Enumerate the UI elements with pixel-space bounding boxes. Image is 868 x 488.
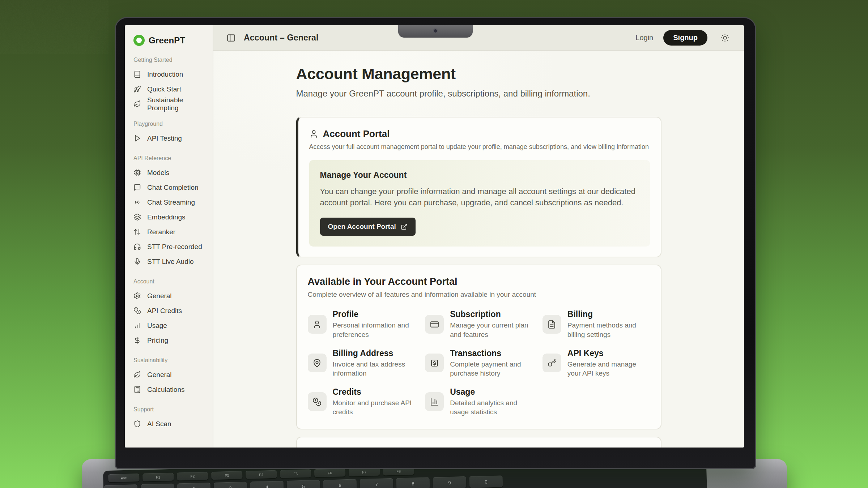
feature-text: UsageDetailed analytics and usage statis… [450,387,532,416]
sidebar: GreenPT Getting StartedIntroductionQuick… [125,25,213,448]
logo-text: GreenPT [149,35,185,46]
logo-ring-icon [133,35,145,46]
chat-bubble-icon [133,184,141,191]
content-scroll-area[interactable]: Account Management Manage your GreenPT a… [213,51,744,448]
app-logo[interactable]: GreenPT [133,35,213,46]
calculator-icon [133,386,141,393]
sidebar-toggle-icon[interactable] [226,33,236,43]
open-account-portal-label: Open Account Portal [328,223,396,231]
mic-icon [133,258,141,265]
sidebar-item-general[interactable]: General [133,288,213,303]
sidebar-item-label: Chat Completion [147,184,199,192]
sidebar-item-introduction[interactable]: Introduction [133,67,213,82]
keyboard-key: F1 [142,473,174,481]
sidebar-item-quick-start[interactable]: Quick Start [133,82,213,97]
feature-title: Credits [333,387,415,397]
sidebar-item-label: Reranker [147,228,175,236]
layers-icon [133,213,141,221]
sidebar-item-api-testing[interactable]: API Testing [133,131,213,146]
sidebar-item-api-credits[interactable]: API Credits [133,303,213,318]
sidebar-item-stt-pre-recorded[interactable]: STT Pre-recorded [133,239,213,254]
rocket-icon [133,85,141,93]
keyboard-key: 9 [433,476,467,488]
open-account-portal-button[interactable]: Open Account Portal [320,218,416,236]
sidebar-item-ai-scan[interactable]: AI Scan [133,416,213,431]
sidebar-item-label: Sustainable Prompting [147,96,213,112]
feature-title: Subscription [450,309,532,319]
keyboard-key: 8 [396,477,430,488]
feature-description: Generate and manage your API keys [567,360,650,378]
sidebar-item-models[interactable]: Models [133,165,213,180]
sidebar-item-label: Calculations [147,386,185,394]
content-column: Account Management Manage your GreenPT a… [296,51,661,448]
feature-item-api-keys: API KeysGenerate and manage your API key… [542,348,650,378]
feature-text: API KeysGenerate and manage your API key… [567,348,650,378]
app-window: GreenPT Getting StartedIntroductionQuick… [125,25,744,448]
sidebar-item-label: Models [147,169,169,177]
sidebar-item-sustainable-prompting[interactable]: Sustainable Prompting [133,97,213,111]
sidebar-item-general[interactable]: General [133,367,213,382]
manage-account-title: Manage Your Account [320,170,639,180]
sidebar-item-embeddings[interactable]: Embeddings [133,210,213,224]
sidebar-section-label: Getting Started [133,57,213,63]
sidebar-section-api-reference: API ReferenceModelsChat CompletionChat S… [133,155,213,269]
sidebar-section-label: API Reference [133,155,213,162]
sidebar-item-chat-completion[interactable]: Chat Completion [133,180,213,195]
bar-chart-icon [133,322,141,329]
account-portal-description: Access your full account management port… [309,143,650,151]
user-icon [308,315,327,334]
feature-title: Billing Address [333,348,415,358]
keyboard-key: F4 [246,470,277,479]
shield-icon [133,420,141,428]
feature-text: TransactionsComplete payment and purchas… [450,348,532,378]
sidebar-item-reranker[interactable]: Reranker [133,224,213,239]
feature-item-subscription: SubscriptionManage your current plan and… [425,309,532,339]
feature-item-credits: CreditsMonitor and purchase API credits [308,387,415,416]
feature-item-transactions: TransactionsComplete payment and purchas… [425,348,532,378]
sidebar-item-label: Pricing [147,337,168,344]
sidebar-section-label: Support [133,406,213,413]
keyboard-key: 2 [177,483,211,488]
sidebar-item-stt-live-audio[interactable]: STT Live Audio [133,254,213,269]
feature-text: Billing AddressInvoice and tax address i… [333,348,415,378]
sidebar-item-label: STT Pre-recorded [147,243,202,251]
feature-text: CreditsMonitor and purchase API credits [333,387,415,416]
keyboard-key: 5 [287,480,320,488]
page-title: Account Management [296,65,661,83]
sidebar-section-playground: PlaygroundAPI Testing [133,121,213,146]
login-link[interactable]: Login [635,34,653,42]
laptop-display: GreenPT Getting StartedIntroductionQuick… [125,25,744,448]
features-card-subtitle: Complete overview of all features and in… [308,291,650,299]
keyboard-key: 0 [469,475,503,488]
sidebar-item-label: Embeddings [147,213,186,221]
credit-card-icon [425,315,444,334]
sidebar-item-usage[interactable]: Usage [133,318,213,333]
gear-icon [133,292,141,300]
sidebar-item-label: API Credits [147,307,182,315]
sidebar-item-calculations[interactable]: Calculations [133,382,213,397]
leaf-icon [133,100,141,108]
sidebar-item-pricing[interactable]: Pricing [133,333,213,348]
keyboard-key: 7 [360,478,393,488]
feature-description: Invoice and tax address information [333,360,415,378]
headphones-icon [133,243,141,251]
keyboard-key: F2 [177,472,208,480]
laptop-screen-frame: GreenPT Getting StartedIntroductionQuick… [115,17,756,469]
signup-button[interactable]: Signup [663,30,707,46]
sun-icon[interactable] [720,33,729,42]
feature-text: SubscriptionManage your current plan and… [450,309,532,339]
sidebar-item-label: AI Scan [147,420,171,428]
feature-text: ProfilePersonal information and preferen… [333,309,415,339]
feature-description: Personal information and preferences [333,321,415,339]
sidebar-section-label: Playground [133,121,213,127]
feature-title: API Keys [567,348,650,358]
sidebar-item-chat-streaming[interactable]: Chat Streaming [133,195,213,210]
sidebar-item-label: Chat Streaming [147,198,195,206]
feature-description: Payment methods and billing settings [567,321,650,339]
sidebar-section-label: Sustainability [133,357,213,364]
file-text-icon [542,315,561,334]
keyboard-key: 3 [214,482,247,488]
sidebar-item-label: STT Live Audio [147,258,194,266]
feature-description: Monitor and purchase API credits [333,398,415,416]
feature-description: Manage your current plan and features [450,321,532,339]
